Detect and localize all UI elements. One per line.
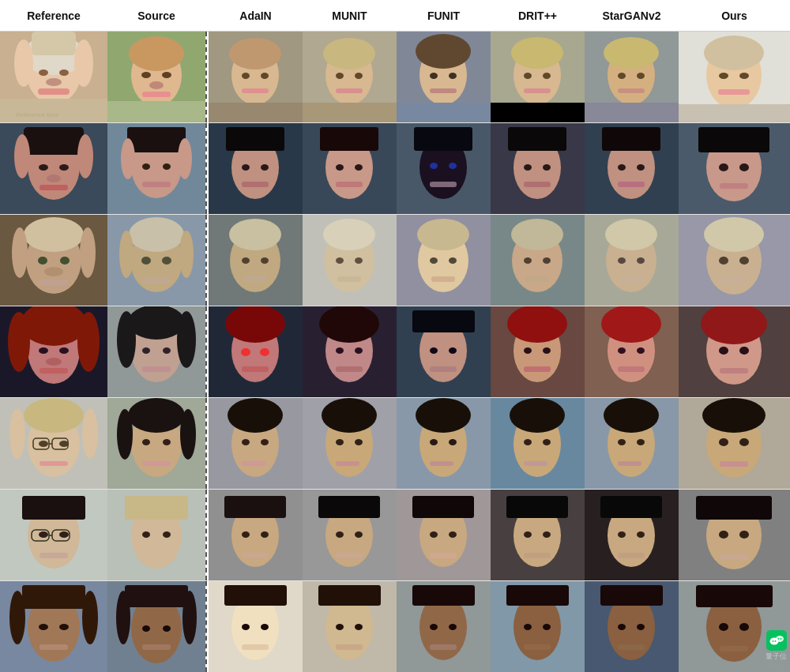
svg-point-107 <box>637 164 645 171</box>
svg-point-37 <box>430 73 438 79</box>
src-cell-5 <box>107 490 205 580</box>
table-row <box>0 490 790 581</box>
svg-point-364 <box>524 624 532 630</box>
svg-point-135 <box>242 257 250 264</box>
svg-point-267 <box>618 439 626 445</box>
svg-point-147 <box>430 257 438 264</box>
svg-rect-220 <box>720 368 748 374</box>
svg-rect-155 <box>525 276 549 282</box>
drit-cell-5 <box>491 490 585 580</box>
ref-cell-3 <box>0 306 107 397</box>
svg-point-141 <box>336 257 344 264</box>
svg-rect-351 <box>318 585 381 606</box>
svg-point-130 <box>119 231 134 278</box>
svg-point-38 <box>449 73 457 79</box>
watermark-url: ftdw.ch <box>767 662 787 669</box>
svg-rect-76 <box>142 182 171 187</box>
svg-point-122 <box>12 227 28 278</box>
svg-point-300 <box>336 531 344 538</box>
svg-point-153 <box>524 257 532 264</box>
svg-point-318 <box>618 531 626 538</box>
drit-cell-0 <box>491 32 585 122</box>
watermark: 量子位 ftdw.ch <box>766 630 787 669</box>
munit-label: MUNIT <box>332 9 367 22</box>
svg-rect-317 <box>600 496 662 518</box>
svg-point-249 <box>336 439 344 445</box>
svg-point-338 <box>142 625 150 632</box>
svg-point-341 <box>116 591 130 644</box>
svg-point-89 <box>355 164 363 171</box>
header-drit: DRIT++ <box>491 9 585 22</box>
funit-label: FUNIT <box>427 9 460 22</box>
ours-cell-3 <box>679 306 790 397</box>
svg-point-50 <box>604 37 659 69</box>
svg-point-279 <box>39 531 48 538</box>
svg-rect-378 <box>720 646 748 651</box>
stargan-cell-1 <box>585 123 679 214</box>
svg-point-383 <box>778 638 780 640</box>
stargan-cell-4 <box>585 398 679 489</box>
svg-point-274 <box>739 438 749 446</box>
svg-point-172 <box>59 347 69 354</box>
funit-cell-2 <box>397 215 491 306</box>
svg-point-31 <box>355 73 363 79</box>
svg-point-17 <box>149 81 164 89</box>
svg-point-250 <box>355 439 363 445</box>
svg-point-307 <box>449 531 457 538</box>
adain-cell-5 <box>209 490 303 580</box>
munit-cell-0 <box>303 32 397 122</box>
header-stargan: StarGANv2 <box>585 9 679 22</box>
svg-point-59 <box>739 73 749 79</box>
svg-rect-105 <box>602 127 660 151</box>
svg-rect-202 <box>430 366 457 372</box>
svg-point-255 <box>430 439 438 445</box>
svg-rect-308 <box>430 553 457 558</box>
ref-cell-0: Reference face <box>0 32 107 122</box>
svg-point-136 <box>261 257 269 264</box>
svg-point-334 <box>82 591 98 644</box>
svg-point-325 <box>739 531 749 539</box>
comparison-table: Reference Source AdaIN MUNIT FUNIT DRIT+… <box>0 0 790 672</box>
svg-rect-354 <box>336 644 363 650</box>
svg-rect-121 <box>40 280 68 285</box>
svg-rect-214 <box>618 366 645 372</box>
svg-point-358 <box>430 624 438 630</box>
svg-rect-39 <box>430 88 457 93</box>
ref-cell-5 <box>0 490 107 580</box>
svg-point-339 <box>163 625 171 632</box>
table-row: 量子位 ftdw.ch <box>0 581 790 672</box>
svg-point-118 <box>38 257 47 265</box>
svg-rect-68 <box>40 185 68 190</box>
svg-point-211 <box>601 306 661 343</box>
svg-point-101 <box>543 164 551 171</box>
header-ours: Ours <box>679 9 790 22</box>
svg-point-359 <box>449 624 457 630</box>
svg-rect-263 <box>524 461 547 466</box>
svg-point-352 <box>336 624 344 630</box>
adain-cell-4 <box>209 398 303 489</box>
svg-point-295 <box>261 531 269 538</box>
drit-cell-3 <box>491 306 585 397</box>
funit-cell-0 <box>397 32 491 122</box>
svg-point-289 <box>163 531 171 538</box>
svg-point-44 <box>524 73 532 79</box>
svg-rect-18 <box>142 92 171 97</box>
src-cell-6 <box>107 581 205 672</box>
drit-cell-2 <box>491 215 585 306</box>
svg-rect-323 <box>696 496 772 520</box>
adain-cell-6 <box>209 581 303 672</box>
svg-point-324 <box>719 531 728 539</box>
svg-rect-96 <box>430 182 457 187</box>
svg-rect-84 <box>242 182 269 187</box>
stargan-cell-2 <box>585 215 679 306</box>
funit-cell-3 <box>397 306 491 397</box>
svg-point-280 <box>59 531 69 538</box>
svg-point-117 <box>24 217 84 252</box>
svg-point-272 <box>702 398 766 433</box>
svg-rect-363 <box>506 585 569 606</box>
svg-rect-46 <box>524 88 551 93</box>
src-cell-1 <box>107 123 205 214</box>
svg-rect-245 <box>242 461 265 466</box>
table-row: Reference face <box>0 32 790 123</box>
svg-point-207 <box>543 347 551 354</box>
